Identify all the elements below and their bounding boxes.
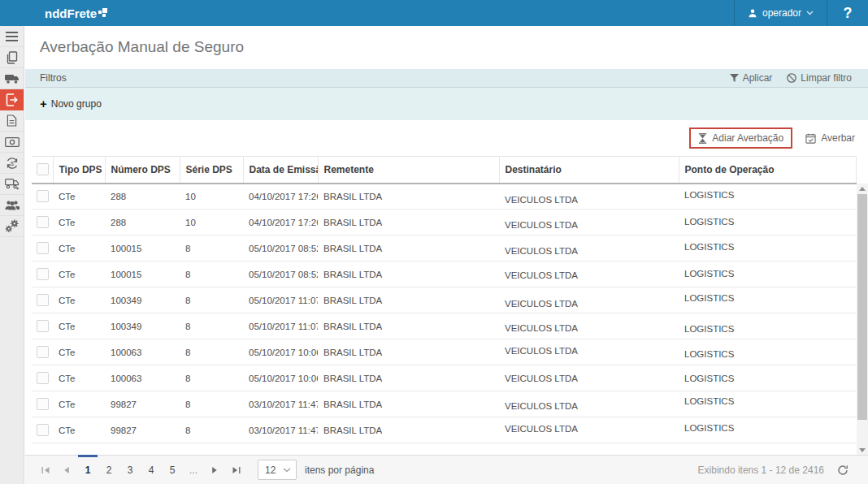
row-checkbox[interactable] [37, 216, 49, 228]
sidebar-item-settings[interactable] [0, 216, 24, 237]
cell-data: 05/10/2017 08:52 [249, 270, 318, 279]
cell-tipo: CTe [59, 244, 75, 253]
row-checkbox[interactable] [37, 372, 49, 384]
sidebar-item-documents[interactable] [0, 47, 24, 68]
sidebar-item-truck[interactable] [0, 68, 24, 89]
scroll-down-icon[interactable] [857, 445, 868, 455]
top-header-bar: nddFrete operador ? [0, 0, 868, 26]
page-button-1[interactable]: 1 [77, 456, 98, 484]
row-checkbox[interactable] [37, 398, 49, 410]
row-checkbox[interactable] [37, 242, 49, 254]
column-header-data[interactable]: Data de Emissão [243, 157, 318, 184]
column-header-tipo[interactable]: Tipo DPS [53, 157, 105, 184]
page-numbers: 12345... [77, 456, 204, 484]
cell-remetente: BRASIL LTDA [323, 322, 382, 331]
cell-destinatario: VEICULOS LTDA [505, 246, 578, 256]
page-size-dropdown[interactable]: 12 [258, 460, 297, 480]
row-checkbox[interactable] [37, 190, 49, 202]
scrollbar-thumb[interactable] [857, 194, 867, 420]
table-row[interactable]: CTe99827803/10/2017 11:47BRASIL LTDAVEIC… [32, 417, 857, 443]
document-icon [7, 115, 17, 127]
user-menu[interactable]: operador [734, 0, 827, 26]
table-row[interactable]: CTe2881004/10/2017 17:26BRASIL LTDAVEICU… [32, 210, 857, 236]
table-row[interactable]: CTe100063805/10/2017 10:06BRASIL LTDAVEI… [32, 339, 857, 365]
clear-filter-button[interactable]: Limpar filtro [787, 72, 852, 84]
sidebar-item-document[interactable] [0, 110, 24, 132]
table-row[interactable]: CTe100063805/10/2017 10:06BRASIL LTDAVEI… [32, 365, 857, 391]
cell-serie: 8 [185, 244, 190, 253]
scroll-up-icon[interactable] [857, 184, 868, 193]
sidebar-item-money[interactable] [0, 132, 24, 153]
refresh-button[interactable] [837, 465, 848, 476]
cell-data: 05/10/2017 10:06 [249, 374, 318, 383]
brand-logo[interactable]: nddFrete [45, 0, 108, 26]
cell-serie: 8 [185, 296, 190, 305]
user-icon [748, 8, 757, 18]
cell-data: 03/10/2017 11:47 [249, 400, 318, 409]
cell-numero: 100015 [111, 244, 141, 253]
sidebar-item-manual-endorsement[interactable] [0, 89, 24, 110]
cell-remetente: BRASIL LTDA [323, 270, 382, 279]
cell-tipo: CTe [59, 192, 75, 201]
column-header-ponto[interactable]: Ponto de Operação [679, 157, 857, 184]
cell-numero: 99827 [111, 426, 137, 435]
truck-gear-icon [5, 178, 20, 190]
cell-destinatario: VEICULOS LTDA [505, 323, 578, 333]
table-header-row: Tipo DPSNúmero DPSSérie DPSData de Emiss… [32, 157, 857, 184]
data-grid: Tipo DPSNúmero DPSSérie DPSData de Emiss… [32, 156, 868, 443]
last-page-button[interactable] [225, 456, 246, 484]
hourglass-icon [698, 133, 707, 144]
select-all-checkbox[interactable] [37, 163, 49, 175]
filter-actions: Aplicar Limpar filtro [730, 72, 852, 84]
sidebar-nav: $ [0, 26, 24, 484]
cell-destinatario: VEICULOS LTDA [505, 220, 578, 230]
sidebar-item-fleet[interactable] [0, 174, 24, 195]
svg-text:$: $ [11, 160, 14, 166]
help-button[interactable]: ? [827, 0, 868, 26]
table-row[interactable]: CTe100349805/10/2017 11:07BRASIL LTDAVEI… [32, 287, 857, 313]
column-header-destinatario[interactable]: Destinatário [499, 157, 679, 184]
column-header-numero[interactable]: Número DPS [105, 157, 180, 184]
apply-filter-button[interactable]: Aplicar [730, 72, 773, 84]
cell-data: 05/10/2017 10:06 [249, 348, 318, 357]
prev-page-button[interactable] [56, 456, 77, 484]
cell-tipo: CTe [59, 322, 75, 331]
filters-header: Filtros Aplicar Limpar filtro [25, 69, 868, 88]
row-checkbox[interactable] [37, 294, 49, 306]
page-button-3[interactable]: 3 [119, 456, 141, 484]
table-body: CTe2881004/10/2017 17:26BRASIL LTDAVEICU… [32, 184, 857, 443]
cell-ponto: LOGISTICS [684, 242, 734, 252]
application-window: nddFrete operador ? [0, 0, 868, 484]
cell-serie: 8 [185, 348, 190, 357]
endorse-button[interactable]: Averbar [801, 129, 860, 147]
column-header-serie[interactable]: Série DPS [180, 157, 243, 184]
next-page-button[interactable] [204, 456, 225, 484]
cell-remetente: BRASIL LTDA [323, 192, 382, 201]
page-button-2[interactable]: 2 [98, 456, 119, 484]
table-row[interactable]: CTe99827803/10/2017 11:47BRASIL LTDAVEIC… [32, 391, 857, 417]
row-checkbox[interactable] [37, 424, 49, 436]
sidebar-item-users[interactable] [0, 195, 24, 216]
cell-ponto: LOGISTICS [684, 293, 734, 303]
documents-icon [6, 51, 19, 64]
page-button-5[interactable]: 5 [162, 456, 183, 484]
vertical-scrollbar[interactable] [857, 184, 868, 455]
column-header-remetente[interactable]: Remetente [318, 157, 499, 184]
filter-funnel-icon [730, 74, 739, 83]
table-row[interactable]: CTe2881004/10/2017 17:26BRASIL LTDAVEICU… [32, 184, 857, 210]
row-checkbox[interactable] [37, 346, 49, 358]
table-row[interactable]: CTe100015805/10/2017 08:52BRASIL LTDAVEI… [32, 261, 857, 287]
cell-destinatario: VEICULOS LTDA [505, 374, 578, 383]
first-page-button[interactable] [35, 456, 56, 484]
row-checkbox[interactable] [37, 320, 49, 332]
menu-icon [6, 32, 18, 41]
cell-serie: 8 [185, 270, 190, 279]
row-checkbox[interactable] [37, 268, 49, 280]
table-row[interactable]: CTe100349805/10/2017 11:07BRASIL LTDAVEI… [32, 313, 857, 339]
new-group-button[interactable]: + Novo grupo [40, 98, 102, 110]
table-row[interactable]: CTe100015805/10/2017 08:52BRASIL LTDAVEI… [32, 236, 857, 261]
page-button-4[interactable]: 4 [141, 456, 162, 484]
sidebar-item-menu[interactable] [0, 26, 24, 47]
postpone-endorsement-button[interactable]: Adiar Averbação [689, 127, 792, 149]
sidebar-item-refund[interactable]: $ [0, 153, 24, 174]
